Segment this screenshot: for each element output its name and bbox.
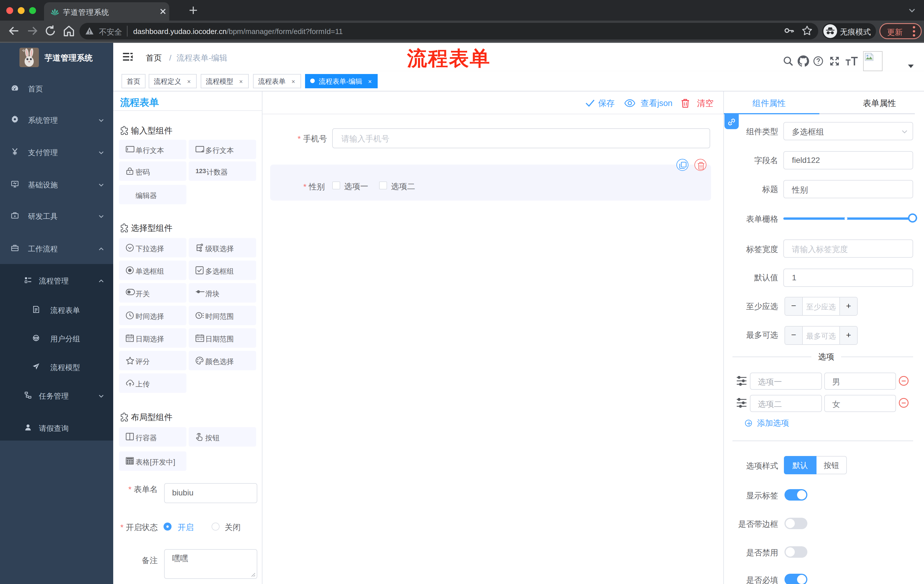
- svg-text:123: 123: [196, 168, 206, 174]
